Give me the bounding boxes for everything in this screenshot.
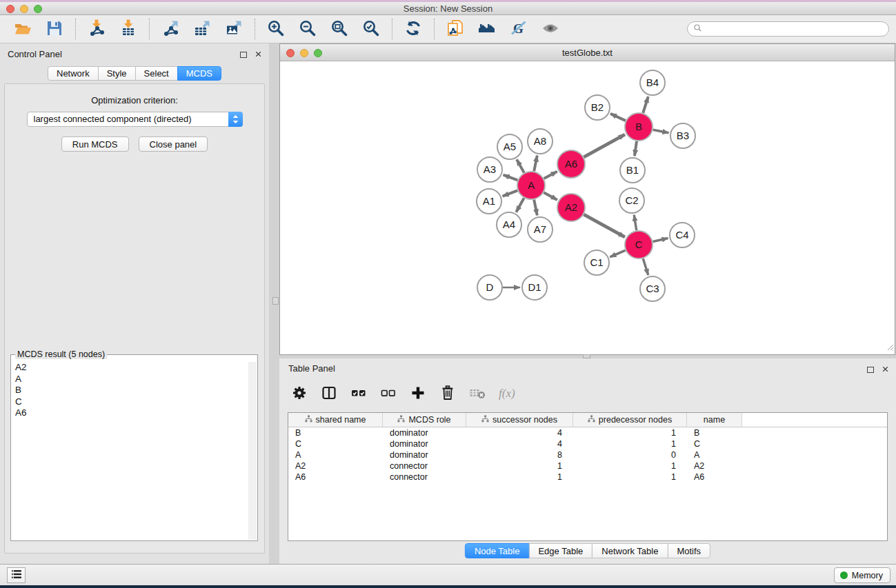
edge-A-A1[interactable] — [503, 190, 518, 196]
table-cell[interactable]: A2 — [687, 461, 742, 471]
refresh-layout-button[interactable] — [399, 17, 427, 41]
zoom-window-button[interactable] — [34, 5, 42, 13]
table-cell[interactable]: 4 — [466, 439, 573, 449]
table-cell[interactable]: connector — [383, 461, 466, 471]
tab-motifs[interactable]: Motifs — [667, 543, 710, 558]
gear-button[interactable] — [290, 383, 308, 404]
edge-B-B1[interactable] — [635, 141, 637, 156]
table-cell[interactable]: A2 — [288, 461, 383, 471]
tab-edge-table[interactable]: Edge Table — [528, 543, 593, 558]
import-table-button[interactable] — [115, 17, 142, 41]
table-cell[interactable]: dominator — [383, 439, 466, 449]
import-network-button[interactable] — [83, 17, 110, 41]
tab-mcds[interactable]: MCDS — [177, 66, 221, 81]
table-cell[interactable]: A — [288, 450, 383, 460]
table-cell[interactable]: B — [687, 428, 742, 438]
export-table-button[interactable] — [188, 17, 216, 41]
export-network-button[interactable] — [157, 17, 184, 41]
edge-B-B4[interactable] — [643, 97, 648, 113]
table-row[interactable]: A2connector11A2 — [288, 460, 887, 472]
save-session-button[interactable] — [41, 17, 68, 41]
edge-A6-B[interactable] — [584, 134, 624, 157]
table-cell[interactable]: B — [288, 428, 383, 438]
result-item[interactable]: A6 — [12, 407, 248, 419]
home-button[interactable] — [473, 17, 501, 41]
edge-A-A4[interactable] — [516, 198, 524, 212]
table-cell[interactable]: 1 — [573, 461, 687, 471]
minimize-window-button[interactable] — [20, 5, 28, 13]
table-cell[interactable]: connector — [383, 472, 466, 482]
table-row[interactable]: A6connector11A6 — [288, 472, 887, 483]
zoom-selected-button[interactable] — [357, 17, 385, 41]
table-cell[interactable]: C — [288, 439, 383, 449]
column-header-successor-nodes[interactable]: successor nodes — [466, 413, 573, 427]
table-row[interactable]: Cdominator41C — [288, 438, 887, 449]
columns-button[interactable] — [320, 383, 338, 404]
result-item[interactable]: B — [12, 385, 248, 396]
session-titlebar[interactable]: Session: New Session — [0, 2, 896, 15]
column-header-predecessor-nodes[interactable]: predecessor nodes — [573, 413, 687, 427]
export-image-button[interactable] — [220, 17, 248, 41]
table-cell[interactable]: 8 — [466, 450, 573, 460]
plus-button[interactable] — [409, 383, 427, 404]
table-cell[interactable]: 1 — [573, 439, 687, 449]
table-cell[interactable]: 1 — [466, 472, 573, 482]
zoom-out-button[interactable] — [294, 17, 321, 41]
zoom-fit-button[interactable] — [326, 17, 353, 41]
result-item[interactable]: A — [12, 374, 248, 385]
network-close-button[interactable] — [286, 49, 295, 57]
table-cell[interactable]: 0 — [573, 450, 687, 460]
close-window-button[interactable] — [6, 5, 14, 13]
tab-style[interactable]: Style — [98, 66, 136, 81]
edge-A-A5[interactable] — [517, 159, 524, 172]
edge-A-A8[interactable] — [534, 156, 537, 172]
unchecked-pair-button[interactable] — [379, 383, 397, 404]
table-row[interactable]: Bdominator41B — [288, 427, 887, 438]
optimization-criterion-dropdown[interactable]: largest connected component (directed) — [27, 112, 243, 127]
result-item[interactable]: A2 — [12, 362, 248, 374]
close-panel-icon[interactable] — [255, 48, 262, 61]
tab-network[interactable]: Network — [48, 66, 99, 81]
resize-grip-icon[interactable] — [885, 341, 894, 354]
table-cell[interactable]: dominator — [383, 428, 466, 438]
edge-A2-C[interactable] — [584, 214, 624, 237]
table-cell[interactable]: A6 — [687, 472, 742, 482]
table-cell[interactable]: A6 — [288, 472, 383, 482]
column-header-MCDS-role[interactable]: MCDS role — [383, 413, 466, 427]
tab-select[interactable]: Select — [135, 66, 178, 81]
result-scrollbar-track[interactable] — [248, 362, 257, 540]
close-table-panel-icon[interactable] — [882, 363, 889, 376]
table-cell[interactable]: dominator — [383, 450, 466, 460]
edge-B-B3[interactable] — [653, 130, 669, 133]
edge-A-A3[interactable] — [504, 175, 518, 181]
table-cell[interactable]: 1 — [466, 461, 573, 471]
show-hide-button[interactable] — [537, 17, 564, 41]
result-item[interactable]: C — [12, 396, 248, 408]
trash-button[interactable] — [439, 383, 457, 404]
table-cell[interactable]: C — [687, 439, 742, 449]
edge-C-C2[interactable] — [634, 215, 637, 231]
graphics-details-button[interactable]: G — [505, 17, 532, 41]
task-history-button[interactable] — [7, 567, 26, 583]
search-field[interactable] — [687, 21, 889, 37]
network-zoom-button[interactable] — [314, 49, 322, 57]
edge-C-C1[interactable] — [610, 250, 625, 257]
edge-B-B2[interactable] — [610, 114, 626, 121]
float-table-panel-icon[interactable] — [867, 367, 874, 373]
edge-A-A7[interactable] — [534, 200, 537, 216]
float-panel-icon[interactable] — [240, 52, 247, 58]
column-header-name[interactable]: name — [687, 413, 742, 427]
zoom-in-button[interactable] — [262, 17, 290, 41]
edge-C-C4[interactable] — [653, 239, 668, 242]
table-row[interactable]: Adominator80A — [288, 449, 887, 460]
column-header-shared-name[interactable]: shared name — [288, 413, 383, 427]
edge-C-C3[interactable] — [643, 258, 648, 275]
vertical-splitter-handle[interactable] — [272, 297, 279, 305]
network-canvas[interactable]: B4B2BB3A5A8A6A3AB1A1A2C2A4A7C4CC1C3DD1 — [280, 61, 895, 354]
edge-A-A6[interactable] — [544, 172, 557, 179]
edge-A-A2[interactable] — [544, 192, 557, 200]
new-network-button[interactable] — [441, 17, 469, 41]
network-window-titlebar[interactable]: testGlobe.txt — [280, 44, 895, 61]
memory-button[interactable]: Memory — [834, 567, 890, 583]
table-cell[interactable]: 1 — [573, 428, 687, 438]
